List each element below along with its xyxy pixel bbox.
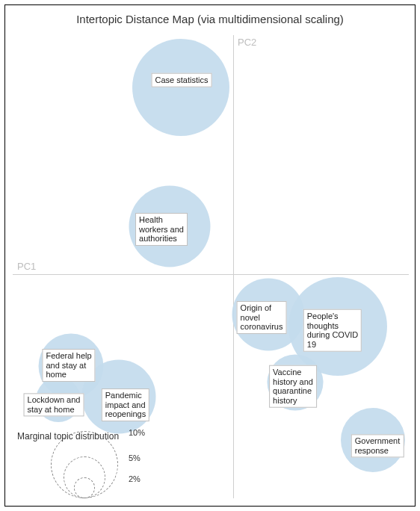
chart-title: Intertopic Distance Map (via multidimens… — [5, 13, 415, 25]
topic-label: Origin of novel coronavirus — [237, 301, 287, 334]
legend-pct: 10% — [129, 428, 145, 437]
legend-circle — [51, 431, 118, 498]
topic-bubble[interactable] — [132, 39, 229, 136]
axis-x-label: PC1 — [17, 261, 36, 272]
axis-y — [233, 35, 234, 498]
axis-y-label: PC2 — [238, 37, 256, 48]
topic-label: Government response — [351, 434, 404, 457]
topic-label: Case statistics — [152, 73, 212, 87]
topic-label: Lockdown and stay at home — [24, 393, 84, 416]
topic-label: Health workers and authorities — [135, 213, 188, 246]
chart-frame: Intertopic Distance Map (via multidimens… — [4, 4, 416, 507]
topic-label: Federal help and stay at home — [42, 349, 95, 382]
axis-x — [13, 274, 409, 275]
topic-label: Pandemic impact and reopenings — [102, 388, 149, 421]
legend-pct: 2% — [129, 474, 140, 483]
topic-label: People's thoughts during COVID 19 — [303, 309, 362, 352]
topic-label: Vaccine history and quarantine history — [269, 365, 317, 408]
legend-pct: 5% — [129, 453, 140, 462]
